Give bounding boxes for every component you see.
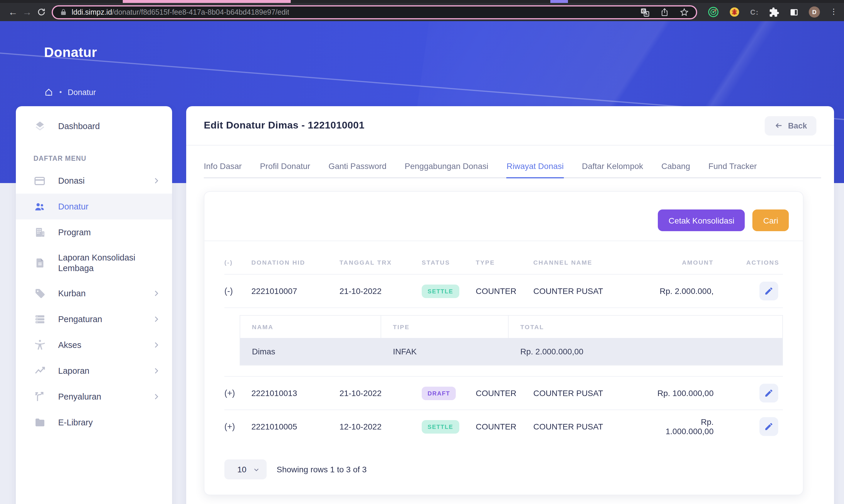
address-bar[interactable]: lddi.simpz.id/donatur/f8d6515f-fee8-417a… [52,5,697,19]
donation-table: (-) DONATION HID TANGGAL TRX STATUS TYPE… [224,249,783,443]
page-title: Edit Donatur Dimas - 1221010001 [204,120,364,131]
radar-extension-icon[interactable] [708,6,719,18]
panel-toolbar: Cetak Konsolidasi Cari [204,192,803,241]
back-nav-icon[interactable]: ← [6,7,20,17]
tab-accent-pink [123,0,291,3]
folder-icon [33,416,46,429]
tab-riwayat-donasi[interactable]: Riwayat Donasi [506,156,564,178]
back-button-label: Back [788,121,807,130]
column-header-type: TYPE [476,259,533,266]
server-icon [33,313,46,325]
riwayat-donasi-panel: Cetak Konsolidasi Cari (-) DONATION HID … [204,191,804,495]
colorzilla-extension-icon[interactable]: C: [750,8,759,16]
status-badge: SETTLE [422,420,459,433]
sidebar-item-donatur[interactable]: Donatur [16,194,172,219]
tanggal-trx-cell: 21-10-2022 [340,286,422,296]
document-icon [33,257,46,269]
sidebar-item-label: E-Library [58,417,93,428]
extensions-cluster: C: D ⋮ [708,6,836,18]
sidebar-item-pengaturan[interactable]: Pengaturan [16,306,172,332]
tab-daftar-kelompok[interactable]: Daftar Kelompok [582,156,643,178]
detail-total-cell: Rp. 2.000.000,00 [509,338,782,365]
cari-button[interactable]: Cari [753,210,789,231]
tab-info-dasar[interactable]: Info Dasar [204,156,242,178]
tab-profil-donatur[interactable]: Profil Donatur [260,156,310,178]
type-cell: COUNTER [476,422,533,431]
sidebar-item-elibrary[interactable]: E-Library [16,410,172,435]
sidebar-item-label: Donasi [58,176,85,186]
profile-avatar[interactable]: D [809,6,820,18]
tab-ganti-password[interactable]: Ganti Password [328,156,386,178]
main-content: Edit Donatur Dimas - 1221010001 Back Inf… [186,106,834,504]
sidebar-item-laporan[interactable]: Laporan [16,358,172,384]
tanggal-trx-cell: 12-10-2022 [340,422,422,431]
tab-accent-purple [550,0,568,3]
arrow-left-icon [774,122,783,130]
edit-button[interactable] [759,282,778,301]
amount-cell: Rp. 2.000.000, [651,286,717,296]
url-path: /donatur/f8d6515f-fee8-417a-8b04-b64bd41… [112,8,289,16]
sidebar-section-label: DAFTAR MENU [16,155,172,162]
type-cell: COUNTER [476,286,533,296]
table-row: (+) 2221010013 21-10-2022 DRAFT COUNTER … [224,376,783,410]
pencil-icon [764,389,774,398]
building-icon [33,226,46,238]
edit-button[interactable] [759,384,778,402]
sidebar-item-label: Penyaluran [58,391,101,402]
layers-icon [33,120,46,132]
browser-toolbar: ← → lddi.simpz.id/donatur/f8d6515f-fee8-… [0,3,844,21]
expand-toggle[interactable]: (+) [224,389,252,398]
url-text: lddi.simpz.id/donatur/f8d6515f-fee8-417a… [72,8,289,16]
edit-button[interactable] [759,417,778,436]
svg-text:G: G [642,8,645,13]
tag-icon [33,287,46,300]
banner-title: Donatur [44,44,97,60]
back-button[interactable]: Back [764,116,816,135]
pagination: 10 Showing rows 1 to 3 of 3 [224,460,783,479]
column-header-amount: AMOUNT [651,259,717,266]
sidebar-item-dashboard[interactable]: Dashboard [16,113,172,139]
sidepanel-icon[interactable] [789,7,799,17]
detail-tipe-cell: INFAK [381,338,509,365]
page-size-select[interactable]: 10 [224,460,266,479]
puzzle-extensions-icon[interactable] [769,7,779,17]
accessibility-icon [33,339,46,351]
cetak-konsolidasi-button[interactable]: Cetak Konsolidasi [658,210,745,231]
collapse-toggle[interactable]: (-) [224,286,252,296]
sidebar-item-label: Laporan [58,365,89,376]
forward-nav-icon[interactable]: → [20,7,34,17]
sidebar-item-laporan-konsolidasi[interactable]: Laporan Konsolidasi Lembaga [16,245,172,281]
sidebar-item-penyaluran[interactable]: Penyaluran [16,384,172,410]
chevron-right-icon [152,341,160,349]
tab-cabang[interactable]: Cabang [661,156,690,178]
sidebar-item-label: Akses [58,340,81,350]
home-icon[interactable] [44,87,53,97]
browser-menu-icon[interactable]: ⋮ [830,11,836,13]
column-header-status: STATUS [422,259,476,266]
page: ← → lddi.simpz.id/donatur/f8d6515f-fee8-… [0,0,844,504]
pagination-summary: Showing rows 1 to 3 of 3 [277,465,367,474]
share-icon[interactable] [660,7,669,17]
reload-icon[interactable] [34,7,48,16]
detail-column-tipe: TIPE [381,316,509,338]
sidebar-item-akses[interactable]: Akses [16,332,172,358]
tab-penggabungan-donasi[interactable]: Penggabungan Donasi [405,156,488,178]
channel-name-cell: COUNTER PUSAT [533,422,651,431]
sidebar-item-kurban[interactable]: Kurban [16,281,172,306]
status-badge: DRAFT [422,386,456,400]
sidebar-item-program[interactable]: Program [16,219,172,245]
translate-icon[interactable]: G [640,7,650,17]
tab-fund-tracker[interactable]: Fund Tracker [708,156,757,178]
sidebar-item-label: Laporan Konsolidasi Lembaga [58,252,146,274]
detail-row: Dimas INFAK Rp. 2.000.000,00 [240,338,782,365]
sidebar-item-donasi[interactable]: Donasi [16,168,172,194]
column-header-tanggal-trx: TANGGAL TRX [340,259,422,266]
donation-detail-table: NAMA TIPE TOTAL Dimas INFAK Rp. 2.000.00… [240,315,783,365]
expand-toggle[interactable]: (+) [224,422,252,431]
bug-extension-icon[interactable] [729,6,740,18]
breadcrumb-current[interactable]: Donatur [68,88,96,96]
bookmark-star-icon[interactable] [680,7,689,17]
type-cell: COUNTER [476,389,533,398]
pencil-icon [764,422,774,431]
chevron-right-icon [152,367,160,375]
